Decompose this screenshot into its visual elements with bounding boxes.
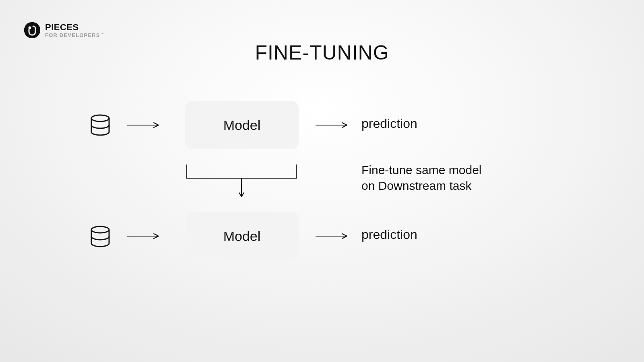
model-box-bottom: Model <box>185 212 299 260</box>
database-icon <box>89 226 111 247</box>
model-box-label: Model <box>223 228 261 244</box>
model-box-label: Model <box>223 117 261 133</box>
output-label-bottom: prediction <box>361 227 417 242</box>
model-box-top: Model <box>185 101 299 149</box>
arrow-icon <box>127 232 163 240</box>
bracket-down-icon <box>186 165 297 201</box>
database-icon <box>89 114 111 136</box>
arrow-icon <box>127 121 163 129</box>
output-label-top: prediction <box>361 116 417 131</box>
svg-point-6 <box>91 226 109 233</box>
annotation-text: Fine-tune same model on Downstream task <box>361 162 481 193</box>
svg-point-2 <box>91 115 109 121</box>
arrow-icon <box>316 232 352 240</box>
arrow-icon <box>316 121 352 129</box>
diagram-canvas: Model prediction Fine-tune same model on… <box>0 0 644 362</box>
